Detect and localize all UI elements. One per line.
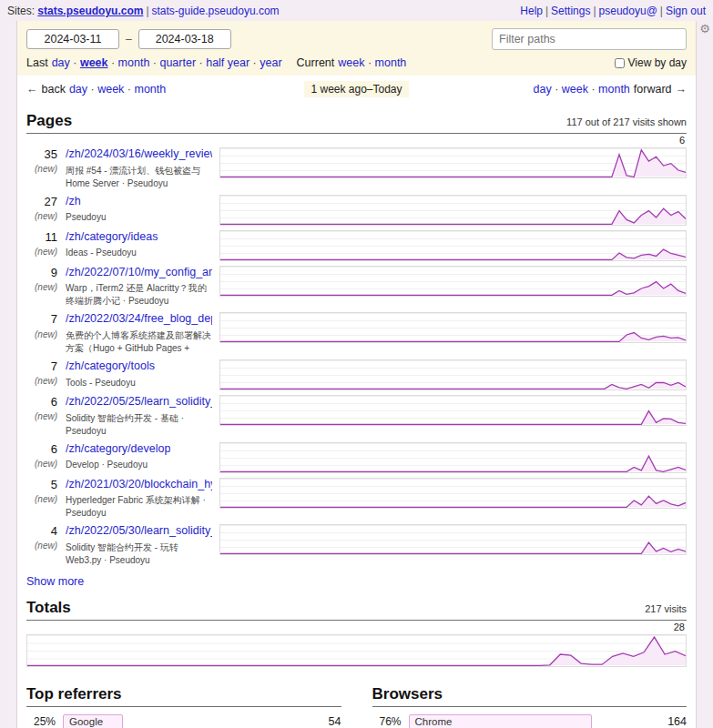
gear-icon[interactable]: ⚙ — [699, 22, 710, 35]
page-path-link[interactable]: /zh/2022/05/30/learn_solidity_from_… — [66, 524, 212, 539]
new-badge: (new) — [26, 211, 57, 223]
site-link[interactable]: stats-guide.pseudoyu.com — [152, 5, 280, 17]
page-path-link[interactable]: /zh/category/ideas — [66, 230, 158, 245]
page-sparkline-chart[interactable] — [219, 478, 687, 509]
nav-back-day[interactable]: day — [69, 83, 87, 96]
period-link-day[interactable]: day — [52, 56, 70, 69]
period-link-year[interactable]: year — [260, 56, 281, 69]
page-row: 35 (new) /zh/2024/03/16/weekly_review_20… — [26, 147, 687, 190]
page-title-text: Ideas - Pseudoyu — [66, 247, 158, 259]
date-from-input[interactable] — [26, 29, 119, 49]
new-badge: (new) — [26, 329, 57, 341]
page-sparkline-chart[interactable] — [219, 266, 687, 297]
page-sparkline-chart[interactable] — [219, 312, 687, 343]
stat-bar-area[interactable]: Chrome — [409, 714, 651, 728]
page-sparkline-chart[interactable] — [219, 442, 687, 473]
page-title-text: Solidity 智能合约开发 - 玩转 Web3.py · Pseudoyu — [66, 541, 212, 567]
stat-percent: 25% — [26, 715, 56, 728]
period-link-week[interactable]: week — [80, 56, 108, 69]
account-link[interactable]: Sign out — [666, 5, 706, 17]
browser-rows: 76% Chrome 164 23% Safari 50 1% (unknown… — [372, 714, 688, 728]
pages-show-more-link[interactable]: Show more — [26, 575, 84, 588]
period-link-half-year[interactable]: half year — [206, 56, 250, 69]
new-badge: (new) — [26, 459, 57, 470]
account-link[interactable]: pseudoyu@ — [599, 5, 657, 17]
stat-percent: 76% — [372, 715, 402, 728]
account-links: Help|Settings|pseudoyu@|Sign out — [520, 5, 706, 17]
forward-label: forward — [634, 83, 672, 96]
nav-forward-week[interactable]: week — [562, 83, 588, 96]
current-period-link-month[interactable]: month — [375, 56, 407, 69]
totals-visits-note: 217 visits — [645, 603, 687, 614]
stat-label: Chrome — [409, 716, 453, 727]
period-nav: ← back day · week · month 1 week ago–Tod… — [17, 76, 696, 101]
date-to-input[interactable] — [138, 29, 231, 49]
page-path-link[interactable]: /zh — [66, 195, 106, 209]
page-title-text: Hyperledger Fabric 系统架构详解 · Pseudoyu — [66, 494, 212, 520]
page-path-link[interactable]: /zh/2022/05/25/learn_solidity_from_… — [66, 395, 212, 410]
page-row: 5 (new) /zh/2021/03/20/blockchain_hyperl… — [26, 478, 687, 521]
nav-forward-day[interactable]: day — [534, 83, 552, 96]
stat-bar-area[interactable]: Google — [63, 714, 305, 728]
pages-rows: 35 (new) /zh/2024/03/16/weekly_review_20… — [17, 147, 696, 567]
page-sparkline-chart[interactable] — [219, 359, 687, 390]
new-badge: (new) — [26, 282, 57, 294]
period-link-month[interactable]: month — [118, 56, 150, 69]
totals-header: Totals 217 visits — [26, 599, 687, 621]
period-link-quarter[interactable]: quarter — [159, 56, 196, 69]
filter-paths-input[interactable] — [492, 28, 687, 50]
page-sparkline-chart[interactable] — [219, 524, 687, 555]
page-title-text: Pseudoyu — [66, 211, 106, 224]
visit-count: 7 — [26, 312, 57, 327]
sites-group: Sites: stats.pseudoyu.com|stats-guide.ps… — [7, 5, 280, 17]
account-link[interactable]: Help — [520, 5, 543, 17]
view-by-day-checkbox[interactable] — [615, 58, 625, 68]
new-badge: (new) — [26, 376, 57, 388]
back-label: back — [42, 83, 66, 96]
back-arrow-icon: ← — [26, 83, 38, 96]
forward-arrow-icon: → — [676, 83, 688, 96]
account-link[interactable]: Settings — [551, 5, 590, 17]
page-title-text: Solidity 智能合约开发 - 基础 · Pseudoyu — [66, 412, 212, 438]
visit-count: 4 — [26, 524, 57, 539]
toolbar: – Last day · week · month · quarter · ha… — [17, 21, 696, 76]
site-link[interactable]: stats.pseudoyu.com — [37, 5, 143, 17]
current-period-links: week · month — [338, 56, 406, 69]
pages-chart-max: 6 — [17, 135, 685, 147]
page-path-link[interactable]: /zh/category/tools — [66, 359, 155, 374]
nav-forward-month[interactable]: month — [598, 83, 630, 96]
stat-label: Google — [63, 716, 103, 727]
totals-chart-max: 28 — [17, 622, 685, 633]
stat-count: 54 — [314, 715, 341, 728]
browsers-title: Browsers — [372, 685, 443, 703]
nav-back-month[interactable]: month — [134, 83, 166, 96]
visit-count: 7 — [26, 359, 57, 374]
view-by-day-toggle[interactable]: View by day — [615, 56, 687, 69]
stat-row: 76% Chrome 164 — [372, 714, 688, 728]
page-title-text: Develop · Pseudoyu — [66, 459, 170, 471]
page-sparkline-chart[interactable] — [219, 230, 687, 261]
page-sparkline-chart[interactable] — [219, 195, 687, 226]
page-path-link[interactable]: /zh/2021/03/20/blockchain_hyperle… — [66, 478, 212, 492]
view-by-day-label: View by day — [628, 56, 687, 69]
referrers-panel: Top referrers 25% Google 54 24% (unknown… — [26, 676, 341, 728]
page-path-link[interactable]: /zh/2022/03/24/free_blog_deploy_u… — [66, 312, 212, 327]
page-path-link[interactable]: /zh/category/develop — [66, 442, 170, 457]
current-period-link-week[interactable]: week — [338, 56, 364, 69]
last-label: Last — [26, 56, 48, 69]
new-badge: (new) — [26, 494, 57, 506]
back-period-links: day · week · month — [69, 83, 166, 96]
page-path-link[interactable]: /zh/2024/03/16/weekly_review_202… — [66, 147, 212, 162]
referrer-rows: 25% Google 54 24% (unknown) 53 2% t.co 4… — [26, 714, 341, 728]
page-path-link[interactable]: /zh/2022/07/10/my_config_and_bea… — [66, 266, 212, 280]
page-sparkline-chart[interactable] — [219, 395, 687, 426]
page-row: 7 (new) /zh/2022/03/24/free_blog_deploy_… — [26, 312, 687, 355]
new-badge: (new) — [26, 247, 57, 258]
visit-count: 6 — [26, 442, 57, 457]
page-sparkline-chart[interactable] — [219, 147, 687, 178]
visit-count: 6 — [26, 395, 57, 410]
stat-row: 25% Google 54 — [26, 714, 341, 728]
page-row: 11 (new) /zh/category/ideas Ideas - Pseu… — [26, 230, 687, 261]
content-card: – Last day · week · month · quarter · ha… — [16, 21, 697, 728]
nav-back-week[interactable]: week — [97, 83, 124, 96]
